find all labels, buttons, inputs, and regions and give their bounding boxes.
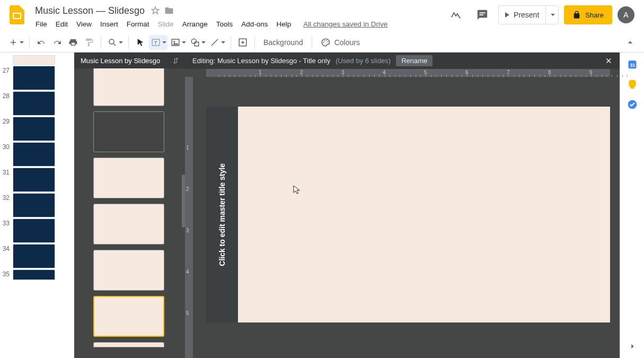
slide-number: 31 — [1, 168, 13, 192]
slide-body[interactable] — [238, 107, 610, 322]
palette-icon — [321, 38, 330, 47]
redo-button[interactable] — [50, 35, 65, 50]
share-label: Share — [585, 11, 604, 19]
expand-rail-icon[interactable] — [627, 341, 638, 352]
svg-point-9 — [191, 39, 196, 43]
menu-edit[interactable]: Edit — [52, 18, 72, 30]
calendar-icon[interactable]: 31 — [627, 59, 638, 69]
title-placeholder[interactable]: Click to edit master title style — [218, 163, 226, 266]
master-layouts-list[interactable] — [74, 68, 185, 358]
close-master-icon[interactable]: ✕ — [605, 56, 612, 66]
present-button[interactable]: Present — [498, 5, 559, 24]
master-name: Music Lesson by Slidesgo — [81, 57, 160, 65]
menu-addons[interactable]: Add-ons — [237, 18, 271, 30]
editing-label: Editing: Music Lesson by Slidesgo - Titl… — [192, 57, 330, 65]
rename-button[interactable]: Rename — [396, 55, 433, 66]
layout-thumb[interactable] — [93, 111, 164, 152]
menu-slide[interactable]: Slide — [154, 18, 178, 30]
slide-number: 27 — [1, 66, 13, 90]
svg-rect-3 — [480, 14, 483, 15]
svg-point-8 — [173, 41, 175, 42]
keep-icon[interactable] — [627, 79, 638, 90]
svg-point-13 — [323, 40, 324, 41]
slide-thumb[interactable] — [13, 117, 55, 141]
svg-point-15 — [327, 41, 328, 42]
present-label: Present — [514, 11, 539, 19]
comments-icon[interactable] — [472, 4, 493, 25]
zoom-button[interactable] — [105, 35, 124, 50]
svg-text:31: 31 — [630, 63, 635, 68]
layout-thumb[interactable] — [93, 204, 164, 245]
colours-button[interactable]: Colours — [316, 35, 364, 50]
svg-point-4 — [109, 39, 114, 44]
slide-thumb[interactable] — [13, 66, 55, 90]
slide-number: 32 — [1, 193, 13, 217]
slide-thumb[interactable] — [13, 55, 55, 65]
mouse-cursor — [293, 185, 301, 195]
tasks-icon[interactable] — [627, 99, 638, 110]
menu-insert[interactable]: Insert — [96, 18, 122, 30]
slide-number: 28 — [1, 91, 13, 116]
slide-canvas[interactable]: Click to edit master title style — [198, 77, 620, 358]
menu-view[interactable]: View — [73, 18, 95, 30]
layout-thumb[interactable] — [93, 250, 164, 291]
slide-layout[interactable]: Click to edit master title style — [206, 107, 610, 322]
image-tool[interactable] — [169, 35, 187, 50]
layout-thumb-selected[interactable] — [93, 296, 164, 337]
slide-thumb[interactable] — [13, 244, 55, 268]
move-folder-icon[interactable] — [163, 4, 175, 17]
slide-thumb[interactable] — [13, 91, 55, 116]
colours-label: Colours — [334, 38, 360, 47]
menu-tools[interactable]: Tools — [213, 18, 237, 30]
print-button[interactable] — [66, 35, 81, 50]
text-box-tool[interactable]: T — [149, 35, 167, 50]
master-switch-icon[interactable]: ⇵ — [173, 57, 179, 65]
menu-arrange[interactable]: Arrange — [179, 18, 211, 30]
layout-thumb[interactable] — [93, 158, 164, 198]
slide-number: 30 — [1, 142, 13, 167]
slide-number: 35 — [1, 269, 13, 280]
filmstrip[interactable]: 272829303132333435 — [0, 53, 74, 358]
slide-thumb[interactable] — [13, 269, 55, 280]
slide-thumb[interactable] — [13, 142, 55, 167]
save-status[interactable]: All changes saved in Drive — [303, 20, 387, 28]
slide-thumb[interactable] — [13, 219, 55, 243]
vertical-ruler[interactable]: 12345 — [185, 77, 198, 358]
account-avatar[interactable]: A — [617, 6, 634, 23]
slide-thumb[interactable] — [13, 168, 55, 192]
present-options[interactable] — [545, 6, 558, 24]
paint-format-button[interactable] — [82, 35, 96, 50]
undo-button[interactable] — [34, 35, 49, 50]
collapse-toolbar-icon[interactable] — [623, 35, 638, 50]
horizontal-ruler[interactable]: 123456789 — [198, 69, 620, 77]
slide-number: 29 — [1, 117, 13, 141]
line-tool[interactable] — [208, 35, 226, 50]
play-icon — [505, 12, 509, 18]
slide-number: 33 — [1, 219, 13, 243]
layout-thumb[interactable] — [93, 342, 164, 347]
share-button[interactable]: Share — [564, 5, 612, 24]
used-by-label: (Used by 6 slides) — [336, 57, 391, 65]
lock-icon — [572, 11, 581, 19]
shape-tool[interactable] — [188, 35, 207, 50]
menu-format[interactable]: Format — [123, 18, 153, 30]
master-header[interactable]: Music Lesson by Slidesgo ⇵ — [74, 53, 185, 68]
svg-rect-2 — [480, 12, 486, 13]
svg-text:T: T — [154, 40, 157, 45]
slide-number: 34 — [1, 244, 13, 268]
select-tool[interactable] — [133, 35, 148, 50]
star-icon[interactable] — [149, 4, 162, 17]
background-button[interactable]: Background — [259, 35, 307, 50]
svg-point-12 — [323, 42, 324, 43]
slides-logo[interactable] — [6, 4, 28, 25]
new-slide-button[interactable] — [6, 35, 25, 50]
add-placeholder-button[interactable] — [235, 35, 250, 50]
menu-file[interactable]: File — [32, 18, 51, 30]
activity-icon[interactable] — [445, 4, 466, 25]
svg-rect-1 — [14, 14, 20, 18]
menu-help[interactable]: Help — [272, 18, 295, 30]
doc-title[interactable]: Music Lesson — Slidesgo — [32, 4, 148, 18]
slide-thumb[interactable] — [13, 193, 55, 217]
layout-thumb[interactable] — [93, 68, 164, 106]
svg-rect-10 — [195, 42, 199, 46]
